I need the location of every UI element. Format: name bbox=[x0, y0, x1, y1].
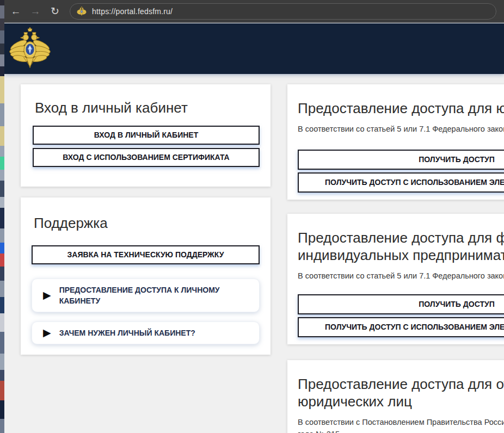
site-favicon-icon bbox=[77, 7, 87, 16]
login-with-certificate-button[interactable]: ВХОД С ИСПОЛЬЗОВАНИЕМ СЕРТИФИКАТА bbox=[33, 148, 260, 167]
desktop-background-strip bbox=[0, 0, 4, 433]
get-access-button[interactable]: ПОЛУЧИТЬ ДОСТУП bbox=[298, 294, 504, 314]
back-button[interactable]: ← bbox=[7, 2, 25, 21]
address-bar[interactable]: https://portal.fedsfm.ru/ bbox=[70, 3, 496, 20]
access-card-title: Предоставление доступа для отдельных вид… bbox=[298, 375, 504, 393]
support-link-label: ПРЕДОСТАВЛЕНИЕ ДОСТУПА К ЛИЧНОМУ КАБИНЕТ… bbox=[59, 284, 251, 306]
access-card-subtitle: В соответствии с Постановлением Правител… bbox=[298, 417, 504, 428]
access-card-legal-entities: Предоставление доступа для юридических л… bbox=[287, 84, 504, 200]
get-access-with-esignature-button[interactable]: ПОЛУЧИТЬ ДОСТУП С ИСПОЛЬЗОВАНИЕМ ЭЛЕКТРО… bbox=[298, 317, 504, 337]
support-card-title: Поддержка bbox=[34, 214, 260, 232]
access-card-title: Предоставление доступа для физических ли… bbox=[298, 229, 504, 246]
access-card-title-line2: юридических лиц bbox=[298, 393, 504, 410]
back-arrow-icon: ← bbox=[11, 5, 21, 17]
tech-support-request-button[interactable]: ЗАЯВКА НА ТЕХНИЧЕСКУЮ ПОДДЕРЖКУ bbox=[32, 245, 260, 264]
access-card-individuals: Предоставление доступа для физических ли… bbox=[287, 214, 504, 344]
support-link-access-to-account[interactable]: ▶ ПРЕДОСТАВЛЕНИЕ ДОСТУПА К ЛИЧНОМУ КАБИН… bbox=[32, 279, 260, 312]
left-column: Вход в личный кабинет ВХОД В ЛИЧНЫЙ КАБИ… bbox=[21, 84, 271, 355]
browser-window: ← → ↻ https://portal.fedsfm.ru/ Вход в л… bbox=[0, 0, 504, 433]
support-link-label: ЗАЧЕМ НУЖЕН ЛИЧНЫЙ КАБИНЕТ? bbox=[59, 327, 195, 338]
access-card-subtitle: В соответствии со статьей 5 или 7.1 Феде… bbox=[298, 270, 504, 281]
support-link-why-account[interactable]: ▶ ЗАЧЕМ НУЖЕН ЛИЧНЫЙ КАБИНЕТ? bbox=[32, 321, 260, 344]
login-card: Вход в личный кабинет ВХОД В ЛИЧНЫЙ КАБИ… bbox=[21, 84, 271, 187]
refresh-icon: ↻ bbox=[51, 5, 59, 17]
refresh-button[interactable]: ↻ bbox=[46, 2, 64, 21]
play-icon: ▶ bbox=[43, 327, 51, 338]
access-card-title-line2: индивидуальных предпринимателей bbox=[298, 246, 504, 264]
play-icon: ▶ bbox=[43, 290, 51, 301]
login-card-title: Вход в личный кабинет bbox=[35, 98, 260, 117]
forward-button[interactable]: → bbox=[26, 2, 45, 21]
access-card-special-legal-entities: Предоставление доступа для отдельных вид… bbox=[287, 360, 504, 433]
support-card: Поддержка ЗАЯВКА НА ТЕХНИЧЕСКУЮ ПОДДЕРЖК… bbox=[21, 197, 271, 355]
get-access-button[interactable]: ПОЛУЧИТЬ ДОСТУП bbox=[298, 150, 504, 170]
get-access-with-esignature-button[interactable]: ПОЛУЧИТЬ ДОСТУП С ИСПОЛЬЗОВАНИЕМ ЭЛЕКТРО… bbox=[298, 172, 504, 193]
login-button[interactable]: ВХОД В ЛИЧНЫЙ КАБИНЕТ bbox=[33, 126, 260, 145]
access-card-subtitle: В соответствии со статьей 5 или 7.1 Феде… bbox=[298, 123, 504, 134]
rosfinmonitoring-emblem-logo[interactable] bbox=[9, 27, 51, 71]
access-card-title: Предоставление доступа для юридических л… bbox=[298, 100, 504, 117]
url-text: https://portal.fedsfm.ru/ bbox=[92, 7, 173, 16]
forward-arrow-icon: → bbox=[30, 5, 41, 17]
right-column: Предоставление доступа для юридических л… bbox=[287, 84, 504, 433]
browser-toolbar: ← → ↻ https://portal.fedsfm.ru/ bbox=[4, 0, 504, 23]
site-header bbox=[4, 23, 504, 74]
access-card-subtitle-line2: года № 315 bbox=[298, 429, 504, 433]
